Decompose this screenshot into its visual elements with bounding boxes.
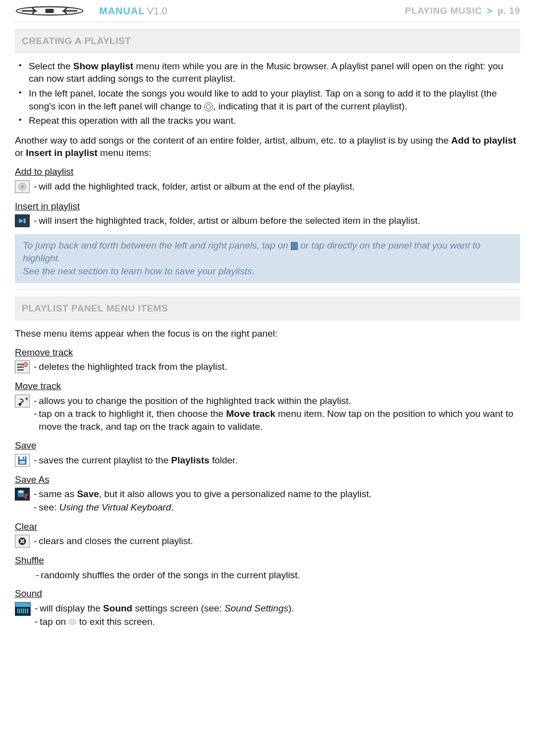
tip-line-2: See the next section to learn how to sav… xyxy=(23,266,255,276)
section-heading-playlist-panel: PLAYLIST PANEL MENU ITEMS xyxy=(15,297,520,320)
clear-heading: Clear xyxy=(15,520,520,533)
add-to-playlist-icon xyxy=(15,180,30,193)
breadcrumb-separator: > xyxy=(487,5,493,16)
insert-in-playlist-heading: Insert in playlist xyxy=(15,200,520,213)
bullet-item: In the left panel, locate the songs you … xyxy=(15,87,520,112)
paragraph: Another way to add songs or the content … xyxy=(15,134,520,159)
add-to-playlist-desc: will add the highlighted track, folder, … xyxy=(39,181,355,192)
remove-track-heading: Remove track xyxy=(15,346,520,359)
section2-intro: These menu items appear when the focus i… xyxy=(15,327,520,340)
insert-in-playlist-row: -will insert the highlighted track, fold… xyxy=(15,214,520,227)
sound-heading: Sound xyxy=(15,587,520,600)
section-heading-creating-playlist: CREATING A PLAYLIST xyxy=(15,29,520,53)
section-divider xyxy=(15,52,520,53)
shuffle-heading: Shuffle xyxy=(15,554,520,567)
tip-line-1a: To jump back and forth between the left … xyxy=(23,240,291,251)
shuffle-desc: randomly shuffles the order of the songs… xyxy=(41,569,300,582)
svg-rect-5 xyxy=(24,219,26,223)
svg-marker-4 xyxy=(19,219,23,223)
save-as-heading: Save As xyxy=(15,473,520,486)
save-icon xyxy=(15,454,30,467)
move-track-desc2: tap on a track to highlight it, then cho… xyxy=(39,407,520,433)
sound-desc2: tap on to exit this screen. xyxy=(40,615,155,628)
sound-icon xyxy=(15,602,31,616)
svg-point-3 xyxy=(21,185,24,188)
section-name: PLAYING MUSIC xyxy=(405,5,482,16)
header-right: PLAYING MUSIC > p. 19 xyxy=(405,4,520,17)
svg-rect-6 xyxy=(17,364,24,365)
insert-in-playlist-desc: will insert the highlighted track, folde… xyxy=(39,215,420,226)
move-track-heading: Move track xyxy=(15,380,520,393)
brand-logo xyxy=(15,4,94,18)
svg-rect-15 xyxy=(23,457,24,459)
sound-desc1: will display the Sound settings screen (… xyxy=(40,602,294,615)
svg-rect-1 xyxy=(46,9,54,13)
section-divider xyxy=(15,320,520,320)
header-divider xyxy=(15,22,520,22)
move-track-icon xyxy=(15,395,30,407)
divider xyxy=(15,289,520,290)
bullet-list: Select the Show playlist menu item while… xyxy=(15,60,520,127)
save-desc: saves the current playlist to the Playli… xyxy=(39,454,237,467)
swap-panels-icon xyxy=(291,242,298,250)
svg-point-10 xyxy=(19,403,22,405)
svg-marker-11 xyxy=(26,397,28,400)
manual-version: V1.0 xyxy=(147,4,167,18)
insert-in-playlist-icon xyxy=(15,214,30,227)
bullet-item: Select the Show playlist menu item while… xyxy=(15,60,520,85)
add-to-playlist-heading: Add to playlist xyxy=(15,165,520,178)
playlist-indicator-icon xyxy=(204,102,213,111)
svg-rect-7 xyxy=(17,366,24,368)
save-as-icon xyxy=(15,488,30,501)
add-to-playlist-row: -will add the highlighted track, folder,… xyxy=(15,180,520,193)
move-track-desc1: allows you to change the position of the… xyxy=(39,395,351,407)
remove-track-icon xyxy=(15,360,30,373)
save-heading: Save xyxy=(15,439,520,452)
page-number: p. 19 xyxy=(497,5,520,16)
tip-box: To jump back and forth between the left … xyxy=(15,234,520,283)
svg-rect-8 xyxy=(17,369,24,371)
clear-icon xyxy=(15,535,30,548)
exit-icon xyxy=(68,619,76,625)
svg-rect-17 xyxy=(19,491,23,493)
clear-desc: clears and closes the current playlist. xyxy=(39,535,193,548)
remove-track-desc: deletes the highlighted track from the p… xyxy=(39,360,227,373)
svg-rect-13 xyxy=(19,456,25,460)
page-header: MANUAL V1.0 PLAYING MUSIC > p. 19 xyxy=(0,0,535,20)
save-as-desc1: same as Save, but it also allows you to … xyxy=(39,488,372,501)
save-as-desc2: see: Using the Virtual Keyboard. xyxy=(39,501,173,514)
bullet-item: Repeat this operation with all the track… xyxy=(15,114,520,127)
svg-rect-14 xyxy=(19,461,25,464)
manual-label: MANUAL xyxy=(99,4,145,18)
